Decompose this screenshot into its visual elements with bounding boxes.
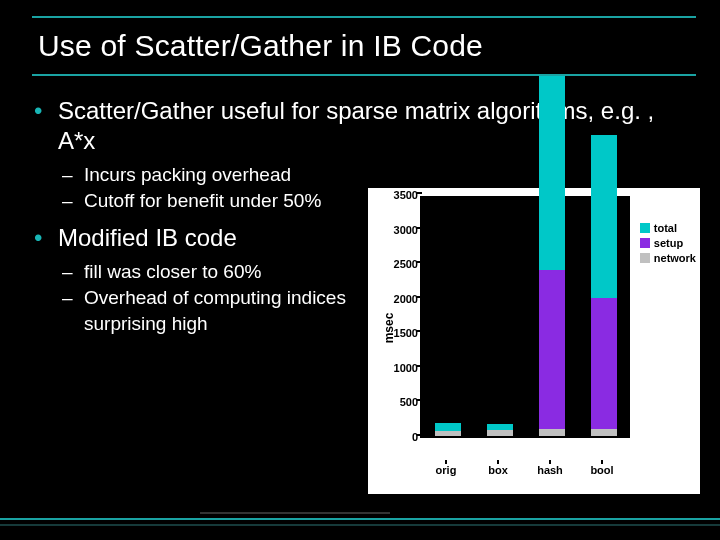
chart-panel: 0500100015002000250030003500 msec origbo… xyxy=(368,188,700,494)
chart-xcat: orig xyxy=(436,464,457,476)
chart-ytick: 1000 xyxy=(384,362,418,374)
legend-setup-swatch xyxy=(640,238,650,248)
chart-ytick: 2500 xyxy=(384,258,418,270)
chart-legend: total setup network xyxy=(640,222,696,267)
chart-ytick: 0 xyxy=(384,431,418,443)
chart-bar xyxy=(591,135,617,436)
legend-total-label: total xyxy=(654,222,677,234)
chart-bar-seg-network xyxy=(487,430,513,436)
bottom-rule xyxy=(0,518,720,526)
chart-bar-seg-total xyxy=(539,76,565,270)
chart-ylabel: msec xyxy=(382,313,396,344)
bullet-2b: Overhead of computing indices surprising… xyxy=(58,285,358,336)
chart-bar-seg-network xyxy=(591,429,617,436)
chart-ytick: 2000 xyxy=(384,293,418,305)
chart-bar-seg-total xyxy=(435,423,461,431)
chart-bar-seg-network xyxy=(539,429,565,436)
bullet-2a: fill was closer to 60% xyxy=(58,259,358,285)
chart-bar-seg-network xyxy=(435,431,461,436)
chart-ytick: 3500 xyxy=(384,189,418,201)
footer-line xyxy=(200,512,390,514)
title-band: Use of Scatter/Gather in IB Code xyxy=(32,16,696,76)
legend-total-swatch xyxy=(640,223,650,233)
legend-setup: setup xyxy=(640,237,696,249)
bullet-2-text: Modified IB code xyxy=(58,224,237,251)
chart-xcat: hash xyxy=(537,464,563,476)
legend-total: total xyxy=(640,222,696,234)
chart-bar xyxy=(435,423,461,436)
chart-bar-seg-setup xyxy=(591,298,617,429)
legend-setup-label: setup xyxy=(654,237,683,249)
chart-plot: 0500100015002000250030003500 msec origbo… xyxy=(420,196,630,460)
chart-bar-seg-total xyxy=(591,135,617,297)
legend-network-label: network xyxy=(654,252,696,264)
chart-bar-seg-total xyxy=(487,424,513,431)
chart-bar-seg-setup xyxy=(539,270,565,429)
chart-bar xyxy=(487,424,513,436)
chart-plot-area: 0500100015002000250030003500 xyxy=(420,196,630,438)
legend-network-swatch xyxy=(640,253,650,263)
chart-ytick: 500 xyxy=(384,396,418,408)
chart-ytick: 3000 xyxy=(384,224,418,236)
slide: Use of Scatter/Gather in IB Code Scatter… xyxy=(0,0,720,540)
legend-network: network xyxy=(640,252,696,264)
chart-xcat: box xyxy=(488,464,508,476)
chart-bar xyxy=(539,76,565,436)
slide-title: Use of Scatter/Gather in IB Code xyxy=(38,29,483,63)
chart-xcat: bool xyxy=(590,464,613,476)
